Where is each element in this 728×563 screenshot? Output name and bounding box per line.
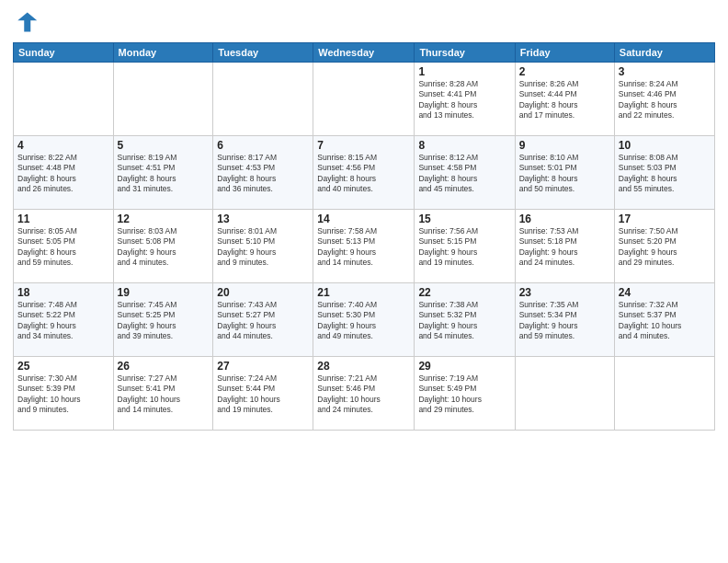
calendar-cell (213, 63, 313, 136)
day-number: 8 (418, 139, 510, 152)
calendar-cell (515, 357, 614, 431)
day-number: 17 (619, 213, 711, 225)
day-number: 14 (317, 213, 410, 225)
calendar-cell: 9Sunrise: 8:10 AM Sunset: 5:01 PM Daylig… (515, 136, 614, 210)
calendar-cell: 15Sunrise: 7:56 AM Sunset: 5:15 PM Dayli… (415, 210, 515, 283)
day-info: Sunrise: 7:30 AM Sunset: 5:39 PM Dayligh… (17, 373, 109, 416)
calendar-cell: 10Sunrise: 8:08 AM Sunset: 5:03 PM Dayli… (614, 136, 714, 210)
day-info: Sunrise: 7:24 AM Sunset: 5:44 PM Dayligh… (217, 373, 309, 416)
day-info: Sunrise: 8:24 AM Sunset: 4:46 PM Dayligh… (619, 79, 711, 121)
day-of-week-header: Tuesday (213, 43, 313, 63)
day-of-week-header: Monday (113, 43, 213, 63)
day-number: 25 (17, 360, 109, 373)
calendar-week-row: 11Sunrise: 8:05 AM Sunset: 5:05 PM Dayli… (14, 210, 715, 283)
day-info: Sunrise: 8:01 AM Sunset: 5:10 PM Dayligh… (217, 226, 309, 269)
day-number: 10 (619, 139, 711, 152)
calendar-cell (614, 357, 714, 431)
day-info: Sunrise: 7:27 AM Sunset: 5:41 PM Dayligh… (118, 373, 210, 416)
day-info: Sunrise: 7:21 AM Sunset: 5:46 PM Dayligh… (317, 373, 410, 416)
calendar-week-row: 1Sunrise: 8:28 AM Sunset: 4:41 PM Daylig… (14, 63, 715, 136)
calendar-cell: 21Sunrise: 7:40 AM Sunset: 5:30 PM Dayli… (313, 283, 415, 357)
day-number: 7 (317, 139, 410, 152)
calendar-cell: 12Sunrise: 8:03 AM Sunset: 5:08 PM Dayli… (113, 210, 213, 283)
day-number: 23 (519, 286, 610, 299)
calendar-cell (113, 63, 213, 136)
day-number: 5 (118, 139, 210, 152)
calendar-cell: 4Sunrise: 8:22 AM Sunset: 4:48 PM Daylig… (14, 136, 114, 210)
day-of-week-header: Friday (515, 43, 614, 63)
calendar-header-row: SundayMondayTuesdayWednesdayThursdayFrid… (14, 43, 715, 63)
calendar-cell: 2Sunrise: 8:26 AM Sunset: 4:44 PM Daylig… (515, 63, 614, 136)
day-info: Sunrise: 7:35 AM Sunset: 5:34 PM Dayligh… (519, 300, 610, 342)
day-info: Sunrise: 8:05 AM Sunset: 5:05 PM Dayligh… (17, 226, 109, 269)
day-number: 2 (519, 65, 610, 78)
day-number: 1 (418, 65, 510, 78)
day-info: Sunrise: 8:08 AM Sunset: 5:03 PM Dayligh… (619, 153, 711, 195)
day-number: 28 (317, 360, 410, 373)
day-number: 27 (217, 360, 309, 373)
calendar-cell: 24Sunrise: 7:32 AM Sunset: 5:37 PM Dayli… (614, 283, 714, 357)
calendar-week-row: 25Sunrise: 7:30 AM Sunset: 5:39 PM Dayli… (14, 357, 715, 431)
day-number: 9 (519, 139, 610, 152)
calendar-cell: 1Sunrise: 8:28 AM Sunset: 4:41 PM Daylig… (415, 63, 515, 136)
day-number: 16 (519, 213, 610, 225)
day-info: Sunrise: 7:58 AM Sunset: 5:13 PM Dayligh… (317, 226, 410, 269)
calendar-cell: 22Sunrise: 7:38 AM Sunset: 5:32 PM Dayli… (415, 283, 515, 357)
day-of-week-header: Wednesday (313, 43, 415, 63)
day-info: Sunrise: 7:48 AM Sunset: 5:22 PM Dayligh… (17, 300, 109, 342)
day-info: Sunrise: 8:28 AM Sunset: 4:41 PM Dayligh… (418, 79, 510, 121)
day-info: Sunrise: 8:10 AM Sunset: 5:01 PM Dayligh… (519, 153, 610, 195)
day-number: 21 (317, 286, 410, 299)
calendar-cell: 18Sunrise: 7:48 AM Sunset: 5:22 PM Dayli… (14, 283, 114, 357)
calendar-cell: 14Sunrise: 7:58 AM Sunset: 5:13 PM Dayli… (313, 210, 415, 283)
day-of-week-header: Thursday (415, 43, 515, 63)
calendar-cell: 23Sunrise: 7:35 AM Sunset: 5:34 PM Dayli… (515, 283, 614, 357)
calendar-table: SundayMondayTuesdayWednesdayThursdayFrid… (13, 42, 715, 431)
day-info: Sunrise: 7:32 AM Sunset: 5:37 PM Dayligh… (619, 300, 711, 342)
calendar-cell: 7Sunrise: 8:15 AM Sunset: 4:56 PM Daylig… (313, 136, 415, 210)
day-number: 3 (619, 65, 711, 78)
day-info: Sunrise: 7:40 AM Sunset: 5:30 PM Dayligh… (317, 300, 410, 342)
calendar-cell: 27Sunrise: 7:24 AM Sunset: 5:44 PM Dayli… (213, 357, 313, 431)
day-info: Sunrise: 8:17 AM Sunset: 4:53 PM Dayligh… (217, 153, 309, 195)
calendar-cell: 25Sunrise: 7:30 AM Sunset: 5:39 PM Dayli… (14, 357, 114, 431)
day-info: Sunrise: 7:50 AM Sunset: 5:20 PM Dayligh… (619, 226, 711, 269)
day-number: 26 (118, 360, 210, 373)
calendar-cell: 3Sunrise: 8:24 AM Sunset: 4:46 PM Daylig… (614, 63, 714, 136)
day-number: 15 (418, 213, 510, 225)
calendar-cell: 5Sunrise: 8:19 AM Sunset: 4:51 PM Daylig… (113, 136, 213, 210)
calendar-cell: 16Sunrise: 7:53 AM Sunset: 5:18 PM Dayli… (515, 210, 614, 283)
day-info: Sunrise: 7:43 AM Sunset: 5:27 PM Dayligh… (217, 300, 309, 342)
day-info: Sunrise: 8:12 AM Sunset: 4:58 PM Dayligh… (418, 153, 510, 195)
calendar-week-row: 4Sunrise: 8:22 AM Sunset: 4:48 PM Daylig… (14, 136, 715, 210)
day-info: Sunrise: 7:38 AM Sunset: 5:32 PM Dayligh… (418, 300, 510, 342)
calendar-cell: 11Sunrise: 8:05 AM Sunset: 5:05 PM Dayli… (14, 210, 114, 283)
calendar-cell: 13Sunrise: 8:01 AM Sunset: 5:10 PM Dayli… (213, 210, 313, 283)
day-number: 18 (17, 286, 109, 299)
day-of-week-header: Sunday (14, 43, 114, 63)
day-info: Sunrise: 7:45 AM Sunset: 5:25 PM Dayligh… (118, 300, 210, 342)
day-number: 11 (17, 213, 109, 225)
calendar-cell: 6Sunrise: 8:17 AM Sunset: 4:53 PM Daylig… (213, 136, 313, 210)
day-number: 29 (418, 360, 510, 373)
day-info: Sunrise: 7:53 AM Sunset: 5:18 PM Dayligh… (519, 226, 610, 269)
calendar-cell: 17Sunrise: 7:50 AM Sunset: 5:20 PM Dayli… (614, 210, 714, 283)
day-number: 22 (418, 286, 510, 299)
calendar-cell (14, 63, 114, 136)
calendar-cell (313, 63, 415, 136)
page: SundayMondayTuesdayWednesdayThursdayFrid… (0, 0, 728, 563)
calendar-cell: 19Sunrise: 7:45 AM Sunset: 5:25 PM Dayli… (113, 283, 213, 357)
calendar-cell: 28Sunrise: 7:21 AM Sunset: 5:46 PM Dayli… (313, 357, 415, 431)
calendar-week-row: 18Sunrise: 7:48 AM Sunset: 5:22 PM Dayli… (14, 283, 715, 357)
day-info: Sunrise: 8:26 AM Sunset: 4:44 PM Dayligh… (519, 79, 610, 121)
day-number: 13 (217, 213, 309, 225)
day-info: Sunrise: 8:03 AM Sunset: 5:08 PM Dayligh… (118, 226, 210, 269)
day-number: 4 (17, 139, 109, 152)
svg-marker-0 (17, 13, 37, 32)
day-number: 24 (619, 286, 711, 299)
day-info: Sunrise: 8:22 AM Sunset: 4:48 PM Dayligh… (17, 153, 109, 195)
day-number: 19 (118, 286, 210, 299)
day-number: 12 (118, 213, 210, 225)
calendar-cell: 29Sunrise: 7:19 AM Sunset: 5:49 PM Dayli… (415, 357, 515, 431)
day-info: Sunrise: 8:15 AM Sunset: 4:56 PM Dayligh… (317, 153, 410, 195)
